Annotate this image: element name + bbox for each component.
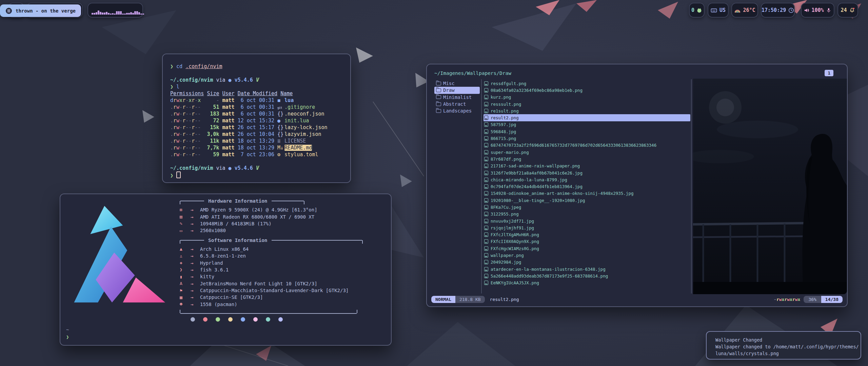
file-row[interactable]: 3126f7e9bbf21a8a4af0b67b041c6e26.jpg — [484, 169, 690, 176]
sidebar-folder-misc[interactable]: Misc — [434, 80, 480, 87]
file-name: re1sult.png — [491, 108, 519, 114]
file-row[interactable]: 19201080-__blue-tinge__-1920×1080.jpg — [484, 197, 690, 204]
file-name: 3126f7e9bbf21a8a4af0b67b041c6e26.jpg — [491, 170, 583, 176]
file-row[interactable]: FXfcHgcWIAMzs0G.png — [484, 245, 690, 252]
file-row[interactable]: 20492984.jpg — [484, 259, 690, 266]
divider — [481, 79, 482, 293]
software-title: Software Information — [208, 238, 268, 243]
image-file-icon — [484, 260, 488, 264]
visualizer-bar — [124, 14, 126, 15]
file-manager-window[interactable]: ~/Imagenes/Wallpapers/Draw 1 MiscDrawMin… — [426, 64, 848, 307]
prompt-path: ~ — [66, 326, 69, 333]
audio-pill[interactable]: 100% — [801, 3, 834, 18]
media-pill[interactable]: thrown - on the verge — [0, 4, 81, 17]
sidebar-folder-minimalist[interactable]: Minimalist — [434, 94, 480, 101]
arrow-icon: → — [191, 246, 200, 252]
visualizer-bar — [130, 12, 132, 15]
microphone-icon — [826, 7, 831, 13]
palette-dot — [278, 317, 283, 322]
file-row[interactable]: EeNKYgIUcAAJ5JX.png — [484, 280, 690, 286]
volume-level: 100% — [811, 7, 824, 13]
file-row[interactable]: super-mario.png — [484, 149, 690, 156]
file-name: 5a266e448add93deab367d87173e9f25-6837886… — [491, 273, 608, 279]
file-name: 19201080-__blue-tinge__-1920×1080.jpg — [491, 198, 585, 203]
file-row[interactable]: nnvuv0xj2df71.jpg — [484, 218, 690, 224]
weather-pill[interactable]: 26°C — [731, 3, 758, 18]
sidebar-folder-landscapes[interactable]: Landscapes — [434, 107, 480, 114]
fetch-row-packages: ☻→1558 (pacman) — [180, 301, 364, 308]
media-icon — [5, 7, 12, 14]
notification-toast[interactable]: Wallpaper Changed Wallpaper changed to /… — [706, 331, 861, 360]
file-name: 217167-sad-anime-rain-wallpaper.png — [491, 163, 580, 168]
arrow-icon: → — [191, 260, 200, 266]
clock-icon — [788, 7, 794, 13]
file-name: 866715.png — [491, 136, 516, 141]
file-name: super-mario.png — [491, 150, 529, 155]
file-row[interactable]: 08a634fa02a32364f69ebc86a98eb1eb.png — [484, 87, 690, 94]
audio-visualizer — [88, 3, 148, 17]
file-row[interactable]: 866715.png — [484, 135, 690, 142]
visualizer-bar — [118, 11, 120, 15]
file-row[interactable]: 0c794faf07de24a4db4d4fb1eb813964.jpg — [484, 183, 690, 190]
file-row[interactable]: 596848.jpg — [484, 128, 690, 135]
fetch-value: 868x366 — [200, 228, 226, 233]
fetch-value: Catppuccin-Macchiato-Standard-Lavender-D… — [200, 288, 349, 293]
file-row[interactable]: 217167-sad-anime-rain-wallpaper.png — [484, 163, 690, 169]
file-row[interactable]: FXfcII0X0AQyn9X.png — [484, 238, 690, 245]
fetch-row-shell: ❯→fish 3.6.1 — [180, 266, 364, 273]
file-row[interactable]: 8FKa7Cu.jpeg — [484, 204, 690, 210]
file-row[interactable]: 587597.jpg — [484, 121, 690, 128]
file-row[interactable]: ressdfgult.png — [484, 80, 690, 87]
notifications-pill[interactable]: 24 — [837, 3, 858, 18]
image-file-icon — [484, 198, 488, 203]
file-name: atardecer-en-la-montanas-ilustracion-634… — [491, 267, 606, 272]
visualizer-bar — [142, 14, 144, 15]
file-row[interactable]: 5a266e448add93deab367d87173e9f25-6837886… — [484, 272, 690, 279]
visualizer-bar — [108, 13, 110, 15]
file-row[interactable]: wallpaper.png — [484, 252, 690, 259]
palette-dot — [228, 317, 233, 322]
file-row[interactable]: chica-mirando-la-luna-8799.jpg — [484, 176, 690, 183]
terminal-output: ❯ cd .config/nvim~/.config/nvim via ● v5… — [170, 63, 350, 178]
fetch-value: 10948MiB / 64183MiB (17%) — [200, 221, 272, 226]
file-row[interactable]: atardecer-en-la-montanas-ilustracion-634… — [484, 266, 690, 272]
visualizer-bar — [140, 14, 142, 15]
file-name: FXfcII0X0AQyn9X.png — [491, 239, 539, 244]
weather-temp: 26°C — [743, 7, 755, 13]
preview-image — [693, 79, 847, 294]
file-row[interactable]: 3122955.png — [484, 211, 690, 218]
fetch-window[interactable]: Hardware Information ⊞→AMD Ryzen 9 5900X… — [60, 194, 392, 346]
file-row[interactable]: rsjqojlmjhf91.jpg — [484, 224, 690, 231]
keyboard-layout-pill[interactable]: US — [708, 3, 729, 18]
file-row[interactable]: 87r687df.png — [484, 156, 690, 162]
fetch-value: AMD Ryzen 9 5900X (24) @ 4.9GHz [61.3°on… — [200, 207, 317, 212]
image-file-icon — [484, 212, 488, 216]
arrow-icon: → — [191, 267, 200, 272]
arrow-icon: → — [191, 288, 200, 293]
file-row[interactable]: FXfcJlTXgAMvH6R.png — [484, 231, 690, 238]
file-row[interactable]: result2.png — [484, 114, 690, 121]
palette-dot — [241, 317, 245, 322]
terminal-window[interactable]: ❯ cd .config/nvim~/.config/nvim via ● v5… — [162, 54, 351, 183]
arrow-icon: → — [191, 228, 200, 233]
sidebar-folder-draw[interactable]: Draw — [434, 87, 480, 94]
tab-badge[interactable]: 1 — [825, 70, 833, 76]
file-row[interactable]: resssult.png — [484, 101, 690, 107]
palette-dot — [266, 317, 270, 322]
file-row[interactable]: re1sult.png — [484, 107, 690, 114]
status-bar: NORMAL 218.8 KB result2.png -rwxrwxrwx 3… — [427, 295, 847, 304]
image-file-icon — [484, 205, 488, 209]
palette-dot — [216, 317, 220, 322]
image-file-icon — [484, 157, 488, 161]
sidebar-folder-abstract[interactable]: Abstract — [434, 101, 480, 107]
file-row[interactable]: 154928-odinokoe_anime-art-anime-okno-sin… — [484, 190, 690, 197]
image-file-icon — [484, 226, 488, 230]
image-file-icon — [484, 81, 488, 86]
github-octocat-icon — [696, 7, 702, 13]
file-row[interactable]: 68747470733a2f2f696d616765732d7769786d70… — [484, 142, 690, 149]
file-row[interactable]: kurz.png — [484, 94, 690, 101]
clock-pill[interactable]: 17:50:29 — [761, 3, 795, 18]
github-pill[interactable]: 0 — [689, 3, 705, 18]
image-file-icon — [484, 184, 488, 189]
folder-icon — [436, 95, 441, 99]
